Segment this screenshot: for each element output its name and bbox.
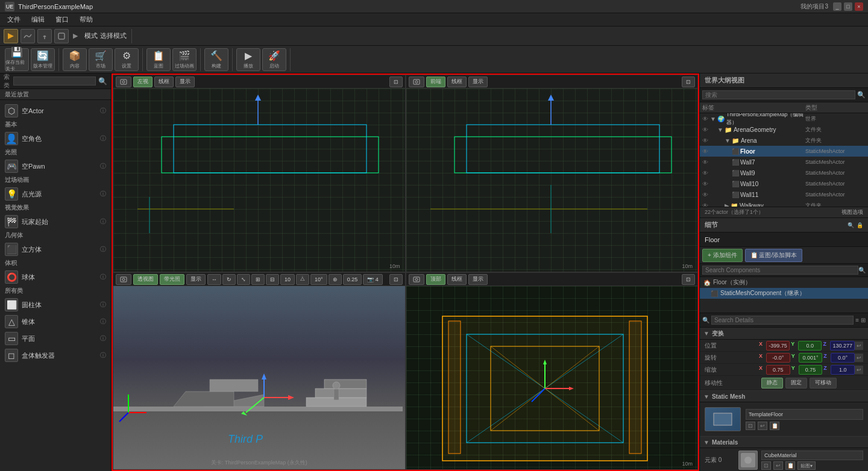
scale-tool[interactable]: ⤡ — [237, 274, 250, 285]
geometry-section[interactable]: 几何体 — [0, 230, 111, 241]
menu-edit[interactable]: 编辑 — [27, 14, 49, 25]
volumes-section[interactable]: 体积 — [0, 258, 111, 269]
position-x[interactable]: -399.75 — [766, 341, 790, 351]
actor-item-sphere[interactable]: ⭕ 球体 ⓘ — [0, 269, 111, 285]
foliage-icon[interactable] — [37, 29, 52, 43]
actor-item-point-light[interactable]: 💡 点光源 ⓘ — [0, 186, 111, 202]
outliner-search-icon[interactable]: 🔍 — [857, 91, 866, 99]
outliner-search-input[interactable] — [702, 90, 855, 99]
search-details-input[interactable] — [711, 316, 854, 325]
minimize-button[interactable]: _ — [833, 2, 841, 11]
position-z[interactable]: 130.277 — [830, 341, 855, 351]
position-reset[interactable]: ↩ — [855, 342, 863, 350]
outliner-row-floor[interactable]: 👁 ⬛ Floor StaticMeshActor — [700, 146, 868, 157]
scale-snap-icon[interactable]: ⊛ — [329, 274, 342, 285]
mobility-fixed-btn[interactable]: 固定 — [785, 378, 807, 388]
sm-copy-btn[interactable]: 📋 — [770, 422, 779, 430]
actor-item-pawn[interactable]: 🎮 空Pawn ⓘ — [0, 158, 111, 175]
vp-3d-camera-icon[interactable] — [116, 274, 131, 285]
vp-left-content[interactable]: 10m — [113, 89, 405, 272]
collapse-icon-0[interactable]: ▼ — [710, 116, 716, 122]
details-expand-icon[interactable]: ⊞ — [861, 317, 866, 323]
camera-speed[interactable]: 📷 4 — [363, 274, 383, 285]
mat-browse-btn[interactable]: ⊡ — [761, 461, 771, 470]
vp-top-wireframe-btn[interactable]: 线框 — [447, 274, 467, 285]
mat-copy-btn[interactable]: 📋 — [785, 461, 795, 470]
view-options-btn[interactable]: 视图选项 — [841, 208, 863, 216]
viewport-perspective[interactable]: 透视图 带光照 显示 ↔ ↻ ⤡ ⊞ ⊟ 10 ⧊ 10° ⊛ — [113, 272, 406, 470]
menu-file[interactable]: 文件 — [2, 14, 25, 25]
save-button[interactable]: 💾 保存当前关卡 — [5, 48, 29, 71]
eye-icon-1[interactable]: 👁 — [702, 126, 708, 133]
angle-snap-icon[interactable]: ⧊ — [296, 274, 309, 285]
basic-section[interactable]: 基本 — [0, 119, 111, 130]
actor-item-cylinder[interactable]: ⬜ 圆柱体 ⓘ — [0, 296, 111, 313]
actor-item-empty-actor[interactable]: ⬡ 空Actor ⓘ — [0, 102, 111, 119]
all-classes-section[interactable]: 所有类 — [0, 285, 111, 296]
sm-browse-btn[interactable]: ⊡ — [746, 422, 755, 430]
details-list-view-icon[interactable]: ≡ — [855, 317, 859, 323]
vp-top-camera-icon[interactable] — [409, 274, 424, 285]
mobility-movable-btn[interactable]: 可移动 — [810, 378, 837, 388]
lighting-section[interactable]: 光照 — [0, 147, 111, 158]
viewport-left[interactable]: 左视 线框 显示 ⊡ — [113, 75, 406, 272]
actor-item-player-start[interactable]: 🏁 玩家起始 ⓘ — [0, 213, 111, 230]
eye-icon-5[interactable]: 👁 — [702, 170, 708, 176]
outliner-row-arena-geometry[interactable]: 👁 ▼ 📁 ArenaGeometry 文件夹 — [700, 124, 868, 135]
vp-top-show-btn[interactable]: 显示 — [468, 274, 488, 285]
transform-section-header[interactable]: ▼ 变换 — [700, 328, 868, 340]
content-button[interactable]: 📦 内容 — [63, 48, 87, 71]
actor-item-plane[interactable]: ▭ 平面 ⓘ — [0, 330, 111, 347]
scale-size[interactable]: 0.25 — [343, 274, 362, 285]
scale-z[interactable]: 1.0 — [831, 365, 855, 375]
launch-button[interactable]: 🚀 启动 — [262, 48, 286, 71]
actor-item-cube[interactable]: ⬛ 立方体 ⓘ — [0, 241, 111, 258]
vp-front-show-btn[interactable]: 显示 — [468, 76, 488, 87]
vp-front-maximize[interactable]: ⊡ — [682, 76, 695, 87]
actor-item-box-trigger[interactable]: ◻ 盒体触发器 ⓘ — [0, 347, 111, 364]
scale-y[interactable]: 0.75 — [799, 365, 823, 375]
search-icon[interactable]: 🔍 — [98, 77, 107, 86]
eye-icon-0[interactable]: 👁 — [702, 116, 708, 122]
settings-button[interactable]: ⚙ 设置 — [115, 48, 139, 71]
actor-item-character[interactable]: 👤 空角色 ⓘ — [0, 130, 111, 147]
rotation-x[interactable]: -0.0° — [766, 353, 790, 363]
mobility-static-btn[interactable]: 静态 — [761, 378, 783, 388]
rotation-reset[interactable]: ↩ — [855, 354, 863, 362]
details-lock-icon[interactable]: 🔒 — [857, 222, 863, 228]
static-mesh-value[interactable]: TemplateFloor — [746, 409, 863, 420]
vp-front-wireframe-btn[interactable]: 线框 — [447, 76, 467, 87]
vp-3d-lighting-btn[interactable]: 带光照 — [160, 274, 184, 285]
add-component-button[interactable]: + 添加组件 — [702, 249, 743, 262]
outliner-row-wall10[interactable]: 👁 ⬛ Wall10 StaticMeshActor — [700, 178, 868, 189]
cinematics-button[interactable]: 🎬 过场动画 — [172, 48, 197, 71]
collapse-icon-1[interactable]: ▼ — [717, 126, 723, 133]
grid-size[interactable]: 10 — [280, 274, 295, 285]
marketplace-button[interactable]: 🛒 市场 — [89, 48, 113, 71]
rotation-y[interactable]: 0.001° — [799, 353, 823, 363]
walkway-expand[interactable]: ▶ — [725, 202, 729, 207]
vp-3d-content[interactable]: Third P 关卡: ThirdPersonExampleMap (永久性) — [113, 286, 405, 469]
vp-left-wireframe-btn[interactable]: 线框 — [154, 76, 174, 87]
vp-top-maximize[interactable]: ⊡ — [682, 274, 695, 285]
vp-3d-maximize[interactable]: ⊡ — [389, 274, 403, 285]
texture-paste-btn[interactable]: 贴图▾ — [797, 461, 816, 470]
rotate-tool[interactable]: ↻ — [222, 274, 236, 285]
scale-x[interactable]: 0.75 — [766, 365, 790, 375]
eye-icon-7[interactable]: 👁 — [702, 192, 708, 198]
details-search-icon[interactable]: 🔍 — [848, 222, 854, 228]
static-mesh-section-header[interactable]: ▼ Static Mesh — [700, 390, 868, 402]
materials-section-header[interactable]: ▼ Materials — [700, 436, 868, 448]
vp-front-view-btn[interactable]: 前端 — [426, 76, 445, 87]
build-button[interactable]: 🔨 构建 — [204, 48, 228, 71]
menu-window[interactable]: 窗口 — [51, 14, 74, 25]
landscape-icon[interactable] — [20, 29, 35, 43]
play-button[interactable]: ▶ 播放 — [236, 48, 260, 71]
blueprint-script-button[interactable]: 📋 蓝图/添加脚本 — [745, 249, 803, 262]
cinematics-section[interactable]: 过场动画 — [0, 175, 111, 186]
blueprint-button[interactable]: 📋 蓝图 — [146, 48, 171, 71]
vp-left-maximize[interactable]: ⊡ — [389, 76, 403, 87]
vp-front-camera-icon[interactable] — [409, 76, 424, 87]
menu-help[interactable]: 帮助 — [75, 14, 98, 25]
search-classes-input[interactable] — [13, 76, 96, 86]
